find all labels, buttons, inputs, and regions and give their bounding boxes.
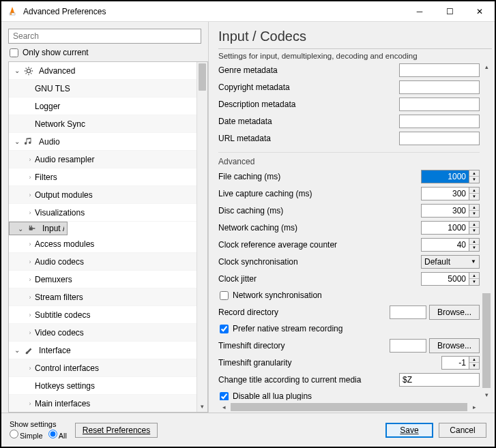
spin-down-icon[interactable]: ▼ bbox=[469, 228, 479, 234]
tree-node-access-modules[interactable]: ›Access modules bbox=[9, 235, 196, 253]
spin-up-icon[interactable]: ▲ bbox=[469, 357, 479, 363]
spin-up-icon[interactable]: ▲ bbox=[469, 273, 479, 280]
panel-hscrollbar[interactable]: ◂ ▸ bbox=[218, 402, 480, 413]
tree-node-audio[interactable]: ⌄Audio bbox=[9, 133, 196, 151]
tree-node-filters[interactable]: ›Filters bbox=[9, 168, 196, 186]
tree-node-advanced[interactable]: ⌄Advanced bbox=[9, 62, 196, 80]
timeshift-dir-browse-button[interactable]: Browse... bbox=[429, 338, 480, 353]
maximize-button[interactable]: ☐ bbox=[435, 1, 465, 22]
clock-sync-label: Clock synchronisation bbox=[218, 257, 398, 267]
tree-node-network-sync[interactable]: Network Sync bbox=[9, 115, 196, 133]
tree-node-video-codecs[interactable]: ›Video codecs bbox=[9, 324, 196, 342]
description-metadata-input[interactable] bbox=[399, 98, 480, 111]
spin-down-icon[interactable]: ▼ bbox=[469, 363, 479, 369]
expand-arrow-icon: › bbox=[27, 276, 33, 283]
spin-up-icon[interactable]: ▲ bbox=[469, 170, 479, 177]
scroll-down-icon[interactable]: ▾ bbox=[197, 401, 207, 412]
simple-radio-label[interactable]: Simple bbox=[10, 430, 43, 440]
expand-arrow-icon: › bbox=[27, 400, 33, 407]
spin-down-icon[interactable]: ▼ bbox=[469, 194, 479, 200]
scroll-down-icon[interactable]: ▾ bbox=[481, 389, 492, 400]
disc-caching-input[interactable] bbox=[421, 204, 469, 218]
tree-node-interface[interactable]: ⌄Interface bbox=[9, 342, 196, 359]
timeshift-gran-input[interactable] bbox=[441, 356, 469, 370]
scroll-thumb[interactable] bbox=[199, 63, 206, 91]
tree-node-subtitle-codecs[interactable]: ›Subtitle codecs bbox=[9, 306, 196, 324]
scroll-right-icon[interactable]: ▸ bbox=[469, 402, 480, 413]
disable-lua-checkbox[interactable] bbox=[220, 392, 229, 401]
tree-node-label: Input / Codecs bbox=[41, 224, 64, 233]
tree-node-output-modules[interactable]: ›Output modules bbox=[9, 186, 196, 204]
tree-node-stream-filters[interactable]: ›Stream filters bbox=[9, 288, 196, 306]
spin-down-icon[interactable]: ▼ bbox=[469, 279, 479, 285]
tree-node-logger[interactable]: Logger bbox=[9, 98, 196, 115]
tree-node-input-codecs[interactable]: ⌄Input / Codecs bbox=[9, 222, 68, 235]
clock-jitter-spinner[interactable]: ▲▼ bbox=[421, 272, 480, 286]
clock-sync-select[interactable]: Default▼ bbox=[421, 255, 480, 269]
search-input[interactable] bbox=[8, 29, 201, 44]
spin-down-icon[interactable]: ▼ bbox=[469, 177, 479, 183]
scroll-up-icon[interactable]: ▴ bbox=[481, 61, 492, 72]
window: Advanced Preferences ─ ☐ ✕ Only show cur… bbox=[0, 0, 496, 448]
advanced-section-header: Advanced bbox=[218, 152, 480, 166]
tree-node-visualizations[interactable]: ›Visualizations bbox=[9, 204, 196, 222]
url-metadata-input[interactable] bbox=[399, 132, 480, 145]
tree-node-hotkeys-settings[interactable]: Hotkeys settings bbox=[9, 377, 196, 395]
tree-node-label: Output modules bbox=[33, 190, 196, 200]
spin-up-icon[interactable]: ▲ bbox=[469, 205, 479, 211]
tree-node-control-interfaces[interactable]: ›Control interfaces bbox=[9, 359, 196, 377]
spin-up-icon[interactable]: ▲ bbox=[469, 222, 479, 228]
scroll-left-icon[interactable]: ◂ bbox=[218, 402, 229, 413]
clock-ref-input[interactable] bbox=[421, 238, 469, 252]
timeshift-dir-input[interactable] bbox=[390, 339, 426, 353]
cancel-button[interactable]: Cancel bbox=[439, 423, 486, 438]
preferences-tree[interactable]: ⌄AdvancedGNU TLSLoggerNetwork Sync⌄Audio… bbox=[9, 62, 196, 412]
spin-down-icon[interactable]: ▼ bbox=[469, 245, 479, 251]
date-metadata-input[interactable] bbox=[399, 115, 480, 128]
tree-scrollbar[interactable]: ▴ ▾ bbox=[196, 62, 207, 412]
network-caching-input[interactable] bbox=[421, 221, 469, 235]
tree-node-demuxers[interactable]: ›Demuxers bbox=[9, 271, 196, 288]
record-dir-browse-button[interactable]: Browse... bbox=[429, 305, 480, 320]
clock-ref-spinner[interactable]: ▲▼ bbox=[421, 238, 480, 252]
scroll-thumb[interactable] bbox=[482, 293, 491, 388]
tree-node-audio-codecs[interactable]: ›Audio codecs bbox=[9, 253, 196, 271]
close-button[interactable]: ✕ bbox=[465, 1, 495, 22]
genre-metadata-input[interactable] bbox=[399, 63, 480, 77]
clock-jitter-input[interactable] bbox=[421, 272, 469, 286]
file-caching-input[interactable] bbox=[421, 170, 469, 183]
panel-scroll-area: Genre metadata Copyright metadata Descri… bbox=[218, 61, 492, 413]
prefer-native-checkbox[interactable] bbox=[220, 325, 229, 333]
tree-node-audio-resampler[interactable]: ›Audio resampler bbox=[9, 151, 196, 168]
record-dir-input[interactable] bbox=[390, 305, 426, 319]
file-caching-spinner[interactable]: ▲▼ bbox=[421, 170, 480, 183]
simple-radio[interactable] bbox=[10, 430, 18, 438]
network-caching-spinner[interactable]: ▲▼ bbox=[421, 221, 480, 235]
timeshift-gran-spinner[interactable]: ▲▼ bbox=[441, 356, 480, 370]
all-radio[interactable] bbox=[48, 430, 57, 438]
timeshift-gran-label: Timeshift granularity bbox=[218, 358, 398, 368]
reset-preferences-button[interactable]: Reset Preferences bbox=[75, 423, 158, 438]
minimize-button[interactable]: ─ bbox=[405, 1, 435, 22]
live-caching-input[interactable] bbox=[421, 187, 469, 200]
tree-node-label: Main interfaces bbox=[33, 399, 196, 408]
tree-node-label: Hotkeys settings bbox=[33, 381, 196, 391]
tree-node-main-interfaces[interactable]: ›Main interfaces bbox=[9, 395, 196, 412]
copyright-metadata-input[interactable] bbox=[399, 80, 480, 94]
disc-caching-label: Disc caching (ms) bbox=[218, 206, 398, 215]
network-sync-checkbox[interactable] bbox=[220, 291, 229, 300]
tree-node-gnu-tls[interactable]: GNU TLS bbox=[9, 80, 196, 98]
live-caching-spinner[interactable]: ▲▼ bbox=[421, 187, 480, 200]
disc-caching-spinner[interactable]: ▲▼ bbox=[421, 204, 480, 218]
scroll-thumb[interactable] bbox=[231, 403, 467, 411]
spin-up-icon[interactable]: ▲ bbox=[469, 188, 479, 194]
spin-down-icon[interactable]: ▼ bbox=[469, 211, 479, 217]
only-show-current-checkbox[interactable] bbox=[10, 48, 18, 57]
svg-point-2 bbox=[27, 69, 30, 72]
save-button[interactable]: Save bbox=[385, 423, 433, 438]
change-title-input[interactable] bbox=[399, 373, 480, 387]
all-radio-label[interactable]: All bbox=[48, 430, 67, 440]
only-show-current[interactable]: Only show current bbox=[10, 48, 201, 57]
panel-vscrollbar[interactable]: ▴ ▾ bbox=[481, 61, 492, 400]
spin-up-icon[interactable]: ▲ bbox=[469, 239, 479, 245]
